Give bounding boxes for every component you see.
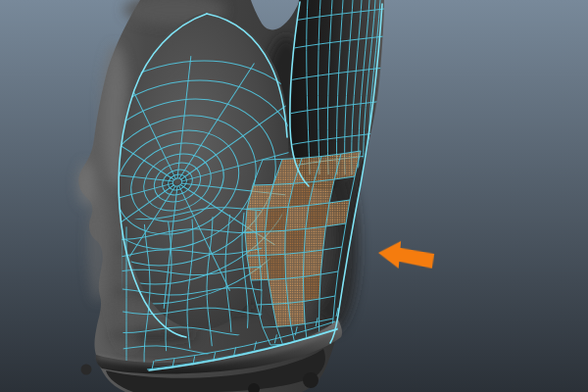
viewport-3d[interactable] [0, 0, 588, 392]
drawstring-knob [81, 365, 92, 375]
drawstring-knob [303, 372, 318, 388]
viewport-canvas[interactable] [0, 0, 588, 392]
